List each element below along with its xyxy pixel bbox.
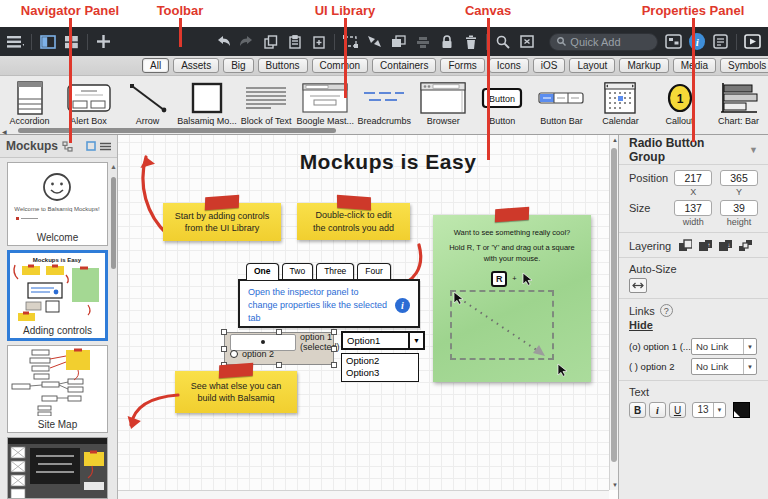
sticky-note-start[interactable]: Start by adding controls from the UI Lib…	[163, 203, 281, 241]
underline-button[interactable]: U	[669, 402, 686, 418]
mockup-thumbnail-welcome[interactable]: Welcome to Balsamiq Mockups! Welcome	[7, 162, 108, 246]
radio-unselected-icon[interactable]	[230, 350, 238, 358]
canvas-hscrollbar[interactable]	[118, 490, 609, 499]
canvas-vscrollbar[interactable]: ▲ ▼	[609, 135, 618, 490]
combobox-list[interactable]: Option2 Option3	[341, 353, 419, 382]
selection-handle[interactable]	[221, 346, 227, 352]
thumbnail-view-icon[interactable]	[86, 141, 96, 151]
library-tab-buttons[interactable]: Buttons	[258, 58, 308, 73]
present-icon[interactable]	[744, 33, 761, 50]
mockup-thumbnail-adding-controls[interactable]: Mockups is Easy Adding controls	[7, 250, 108, 341]
bold-button[interactable]: B	[629, 402, 646, 418]
scroll-up-icon[interactable]: ▲	[110, 163, 117, 170]
selection-handle[interactable]	[276, 362, 282, 368]
hide-link[interactable]: Hide	[629, 319, 653, 331]
send-backward-icon[interactable]: ↓	[718, 239, 732, 252]
autosize-toggle-icon[interactable]	[629, 278, 647, 293]
bring-to-front-icon[interactable]	[678, 239, 692, 252]
layering-row: Layering ↑ ↓	[629, 238, 758, 252]
library-tab-big[interactable]: Big	[223, 58, 253, 73]
library-hscroll-thumb[interactable]	[18, 128, 336, 133]
library-tab-layout[interactable]: Layout	[569, 58, 615, 73]
scroll-left-icon[interactable]: ◀	[2, 128, 7, 135]
size-height-input[interactable]	[720, 200, 758, 216]
canvas[interactable]: Mockups is Easy Start by adding controls…	[118, 135, 618, 499]
selection-handle[interactable]	[331, 362, 337, 368]
svg-text:↑: ↑	[707, 241, 710, 247]
tab-one[interactable]: One	[246, 263, 279, 280]
callout-icon: 1	[665, 79, 695, 116]
selection-handle[interactable]	[276, 329, 282, 335]
text-color-swatch[interactable]	[733, 402, 750, 418]
send-arrows-icon[interactable]	[366, 33, 383, 50]
navigator-vscrollbar[interactable]: ▲	[111, 163, 116, 493]
library-tab-ios[interactable]: iOS	[533, 58, 566, 73]
library-tab-containers[interactable]: Containers	[372, 58, 436, 73]
paste-icon[interactable]	[286, 33, 303, 50]
library-tab-symbols[interactable]: Symbols	[720, 58, 768, 73]
zoom-icon[interactable]	[494, 33, 511, 50]
quick-add-field[interactable]	[549, 33, 658, 51]
canvas-vscroll-thumb[interactable]	[611, 148, 617, 462]
navigator-vscroll-thumb[interactable]	[111, 177, 116, 269]
position-x-input[interactable]	[674, 170, 712, 186]
trash-icon[interactable]	[462, 33, 479, 50]
position-y-input[interactable]	[720, 170, 758, 186]
mockup-thumbnail-site-map[interactable]: Site Map	[7, 345, 108, 433]
zoom-fit-icon[interactable]	[518, 33, 535, 50]
library-tab-markup[interactable]: Markup	[619, 58, 668, 73]
link2-select[interactable]: No Link ▼	[691, 358, 757, 375]
mockup-thumbnail-partial[interactable]	[7, 437, 108, 499]
canvas-title-text[interactable]: Mockups is Easy	[283, 150, 493, 174]
redo-icon[interactable]	[238, 33, 255, 50]
green-note[interactable]: Want to see something really cool? Hold …	[433, 215, 591, 382]
tab-three[interactable]: Three	[316, 263, 354, 280]
tabs-widget[interactable]: One Two Three Four Open the inspector pa…	[238, 263, 420, 328]
main-area: Mockups Welcome to Balsamiq Mockups! Wel…	[0, 135, 768, 499]
library-tab-icons[interactable]: Icons	[489, 58, 529, 73]
selection-handle[interactable]	[331, 329, 337, 335]
combo-option[interactable]: Option2	[346, 355, 414, 367]
properties-header[interactable]: Radio Button Group ▼	[629, 141, 758, 159]
toggle-navigator-icon[interactable]	[39, 33, 56, 50]
text-section: Text B i U 13 ▼	[629, 386, 758, 418]
copy-icon[interactable]	[262, 33, 279, 50]
radio-selected-icon[interactable]	[230, 334, 296, 351]
combobox-widget[interactable]: Option1 ▼	[341, 331, 425, 350]
library-tab-all[interactable]: All	[142, 58, 169, 73]
duplicate-icon[interactable]	[310, 33, 327, 50]
link1-select[interactable]: No Link ▼	[691, 338, 757, 355]
tab-four[interactable]: Four	[357, 263, 390, 280]
app-menu-icon[interactable]	[7, 33, 24, 50]
sticky-note-see-more[interactable]: See what else you can build with Balsami…	[175, 371, 297, 413]
combo-arrow-icon[interactable]: ▼	[408, 333, 423, 348]
ui-library-tab-bar: All Assets Big Buttons Common Containers…	[0, 56, 768, 76]
library-tab-assets[interactable]: Assets	[173, 58, 219, 73]
add-mockup-icon[interactable]	[95, 33, 112, 50]
font-size-select[interactable]: 13 ▼	[692, 402, 726, 418]
tab-two[interactable]: Two	[282, 263, 314, 280]
bring-forward-icon[interactable]: ↑	[698, 239, 712, 252]
align-icon[interactable]	[414, 33, 431, 50]
sticky-note-doubleclick[interactable]: Double-click to edit the controls you ad…	[297, 203, 410, 240]
help-icon[interactable]: ?	[660, 304, 673, 317]
combo-option[interactable]: Option3	[346, 367, 414, 379]
italic-button[interactable]: i	[649, 402, 666, 418]
symbols-icon[interactable]	[665, 33, 682, 50]
undo-icon[interactable]	[214, 33, 231, 50]
selection-handle[interactable]	[221, 329, 227, 335]
notes-icon[interactable]	[712, 33, 729, 50]
info-icon[interactable]: i	[395, 298, 410, 313]
radio-group-widget[interactable]: option 1 (selected) option 2	[224, 332, 334, 365]
library-tab-forms[interactable]: Forms	[440, 58, 484, 73]
quick-add-input[interactable]	[570, 36, 650, 48]
lock-icon[interactable]	[438, 33, 455, 50]
send-to-back-icon[interactable]	[738, 239, 752, 252]
size-width-input[interactable]	[674, 200, 712, 216]
library-hscrollbar[interactable]: ◀	[0, 126, 768, 135]
layers-icon[interactable]	[390, 33, 407, 50]
list-view-icon[interactable]	[100, 142, 111, 151]
selection-handle[interactable]	[331, 346, 337, 352]
library-tab-common[interactable]: Common	[312, 58, 369, 73]
annotation-line-canvas	[487, 18, 490, 160]
